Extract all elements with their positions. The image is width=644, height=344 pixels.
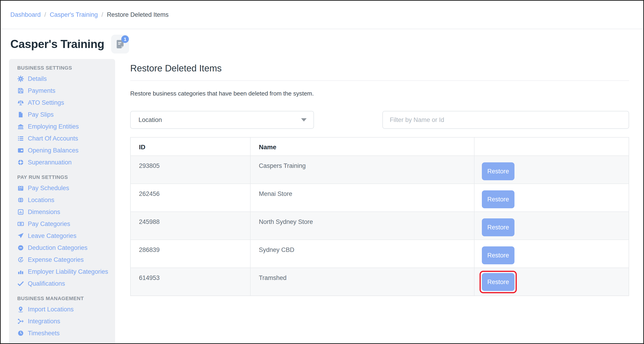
row-id-cell: 245988 — [131, 212, 250, 240]
sidebar-item-label: Pay Categories — [28, 220, 70, 228]
bar-chart-icon — [17, 268, 24, 275]
restore-button[interactable]: Restore — [482, 190, 514, 208]
row-name-cell: North Sydney Store — [250, 212, 474, 240]
breadcrumb-current: Restore Deleted Items — [107, 11, 168, 18]
sidebar-section-business-settings: BUSINESS SETTINGS — [17, 65, 110, 71]
sidebar-item-dimensions[interactable]: Dimensions — [17, 206, 110, 218]
check-icon — [17, 280, 24, 287]
row-action-cell: Restore — [474, 268, 628, 296]
sidebar-item-label: Expense Categories — [28, 256, 84, 264]
sidebar-item-label: Deduction Categories — [28, 244, 88, 252]
sidebar-item-label: Chart Of Accounts — [28, 135, 78, 142]
sidebar-item-label: Import Locations — [28, 306, 74, 313]
sidebar-item-payments[interactable]: Payments — [17, 85, 110, 97]
sidebar-item-deduction-categories[interactable]: Deduction Categories — [17, 242, 110, 254]
sidebar-item-superannuation[interactable]: Superannuation — [17, 156, 110, 168]
sidebar-item-employer-liability-categories[interactable]: Employer Liability Categories — [17, 266, 110, 278]
restore-button[interactable]: Restore — [482, 218, 514, 236]
section-title: Restore Deleted Items — [130, 63, 629, 74]
column-header-actions — [474, 138, 628, 156]
row-action-cell: Restore — [474, 240, 628, 268]
banknote-icon — [17, 220, 24, 227]
table-header-row: ID Name — [131, 138, 628, 156]
map-marker-icon — [17, 306, 24, 313]
sidebar-item-pay-categories[interactable]: Pay Categories — [17, 218, 110, 230]
page-header: Casper's Training 1 — [1, 29, 643, 59]
restore-button[interactable]: Restore — [482, 162, 514, 180]
breadcrumb: Dashboard / Casper's Training / Restore … — [10, 11, 168, 18]
sidebar-item-leave-categories[interactable]: Leave Categories — [17, 230, 110, 242]
svg-text:$: $ — [20, 258, 22, 262]
breadcrumb-link-business[interactable]: Casper's Training — [50, 11, 98, 18]
sidebar-item-details[interactable]: Details — [17, 73, 110, 85]
sidebar-item-pay-schedules[interactable]: Pay Schedules — [17, 182, 110, 194]
scales-icon — [17, 99, 24, 106]
location-dropdown-value: Location — [138, 116, 162, 124]
sidebar-item-timesheets[interactable]: Timesheets — [17, 327, 110, 339]
row-action-cell: Restore — [474, 212, 628, 240]
sidebar-item-chart-of-accounts[interactable]: Chart Of Accounts — [17, 132, 110, 144]
sidebar-item-label: Leave Categories — [28, 232, 76, 240]
sidebar-item-opening-balances[interactable]: Opening Balances — [17, 144, 110, 156]
sidebar-item-label: Dimensions — [28, 208, 60, 216]
sidebar-item-label: Details — [28, 75, 47, 82]
row-name-cell: Menai Store — [250, 184, 474, 212]
filters-row: Location — [130, 111, 629, 129]
row-action-cell: Restore — [474, 184, 628, 212]
breadcrumb-separator: / — [102, 11, 103, 18]
minus-circle-icon — [17, 244, 24, 251]
table-row: 293805 Caspers Training Restore — [131, 156, 628, 184]
plane-icon — [17, 232, 24, 239]
row-id-cell: 614953 — [131, 268, 250, 296]
life-ring-icon — [17, 159, 24, 166]
sidebar-item-label: Opening Balances — [28, 147, 78, 154]
page-title: Casper's Training — [10, 38, 104, 51]
sidebar-item-label: Pay Slips — [28, 111, 54, 118]
divider — [130, 80, 629, 81]
sidebar: BUSINESS SETTINGS Details Payments ATO S… — [9, 59, 115, 343]
sidebar-item-locations[interactable]: Locations — [17, 194, 110, 206]
screen: Dashboard / Casper's Training / Restore … — [0, 0, 644, 344]
notification-badge: 1 — [121, 35, 129, 43]
sidebar-item-label: Payments — [28, 87, 55, 94]
calendar-icon — [17, 185, 24, 192]
page-description: Restore business categories that have be… — [130, 90, 629, 97]
table-row: 245988 North Sydney Store Restore — [131, 212, 628, 240]
sidebar-item-import-locations[interactable]: Import Locations — [17, 303, 110, 315]
sidebar-item-label: Integrations — [28, 318, 60, 325]
row-name-cell: Sydney CBD — [250, 240, 474, 268]
sidebar-item-employing-entities[interactable]: Employing Entities — [17, 120, 110, 132]
bank-icon — [17, 123, 24, 130]
sidebar-item-ato-settings[interactable]: ATO Settings — [17, 97, 110, 108]
sidebar-item-qualifications[interactable]: Qualifications — [17, 278, 110, 290]
save-icon — [17, 87, 24, 94]
chevron-down-icon — [301, 118, 306, 122]
table-row: 262456 Menai Store Restore — [131, 184, 628, 212]
dollar-refresh-icon: $ — [17, 256, 24, 263]
list-icon — [17, 135, 24, 142]
sidebar-item-label: Pay Schedules — [28, 185, 69, 192]
file-icon — [17, 111, 24, 118]
row-id-cell: 262456 — [131, 184, 250, 212]
sidebar-item-pay-slips[interactable]: Pay Slips — [17, 108, 110, 120]
sidebar-item-integrations[interactable]: Integrations — [17, 315, 110, 327]
sidebar-item-label: Employer Liability Categories — [28, 268, 108, 275]
sidebar-section-business-management: BUSINESS MANAGEMENT — [17, 296, 110, 302]
location-dropdown[interactable]: Location — [130, 111, 314, 129]
restore-button-highlighted[interactable]: Restore — [482, 273, 514, 291]
main-content: Restore Deleted Items Restore business c… — [130, 59, 643, 343]
sidebar-item-expense-categories[interactable]: $ Expense Categories — [17, 254, 110, 266]
sidebar-item-label: Locations — [28, 196, 54, 204]
column-header-id: ID — [131, 138, 250, 156]
row-id-cell: 293805 — [131, 156, 250, 184]
row-name-cell: Tramshed — [250, 268, 474, 296]
notes-button[interactable]: 1 — [111, 35, 129, 54]
sidebar-item-label: ATO Settings — [28, 99, 64, 106]
row-id-cell: 286839 — [131, 240, 250, 268]
filter-input[interactable] — [382, 111, 629, 129]
restore-button[interactable]: Restore — [482, 246, 514, 264]
row-name-cell: Caspers Training — [250, 156, 474, 184]
breadcrumb-separator: / — [44, 11, 46, 18]
breadcrumb-link-dashboard[interactable]: Dashboard — [10, 11, 41, 18]
deleted-items-table: ID Name 293805 Caspers Training Restore … — [130, 137, 629, 296]
